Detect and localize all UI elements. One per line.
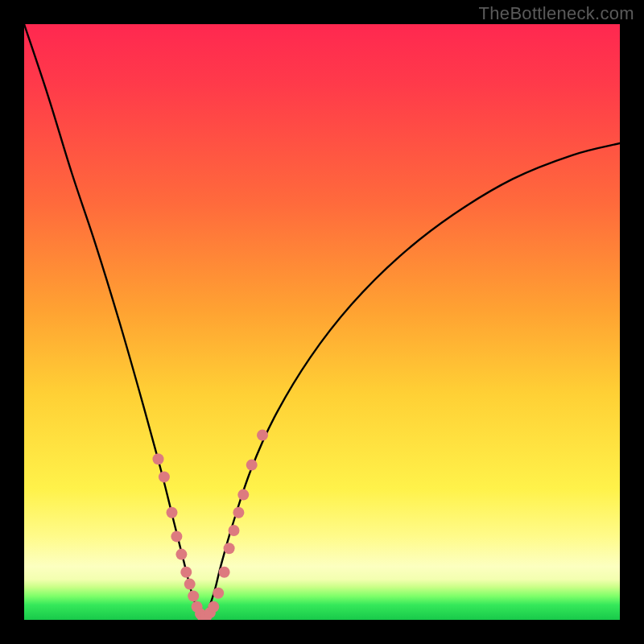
highlight-dot <box>208 601 219 613</box>
highlight-dot <box>233 507 244 518</box>
highlight-dot <box>171 530 182 542</box>
highlight-dot <box>188 590 199 601</box>
watermark-text: TheBottleneck.com <box>479 3 634 24</box>
highlight-dot <box>246 460 258 471</box>
highlight-dot <box>224 543 235 554</box>
plot-area <box>24 24 620 620</box>
bottleneck-curve-svg <box>24 24 620 620</box>
highlight-dot <box>219 567 230 578</box>
highlight-dot <box>159 471 170 482</box>
highlight-dot <box>175 549 187 560</box>
highlight-dot <box>213 588 224 599</box>
bottleneck-curve-path <box>24 24 620 620</box>
highlight-dot <box>257 430 268 441</box>
highlight-dot <box>184 579 196 590</box>
highlight-dot <box>229 525 240 536</box>
highlight-dot <box>167 507 178 518</box>
chart-stage: TheBottleneck.com <box>0 0 644 644</box>
highlight-dot <box>180 567 192 578</box>
highlight-dots-group <box>153 430 269 620</box>
highlight-dot <box>237 489 249 501</box>
highlight-dot <box>153 453 164 464</box>
